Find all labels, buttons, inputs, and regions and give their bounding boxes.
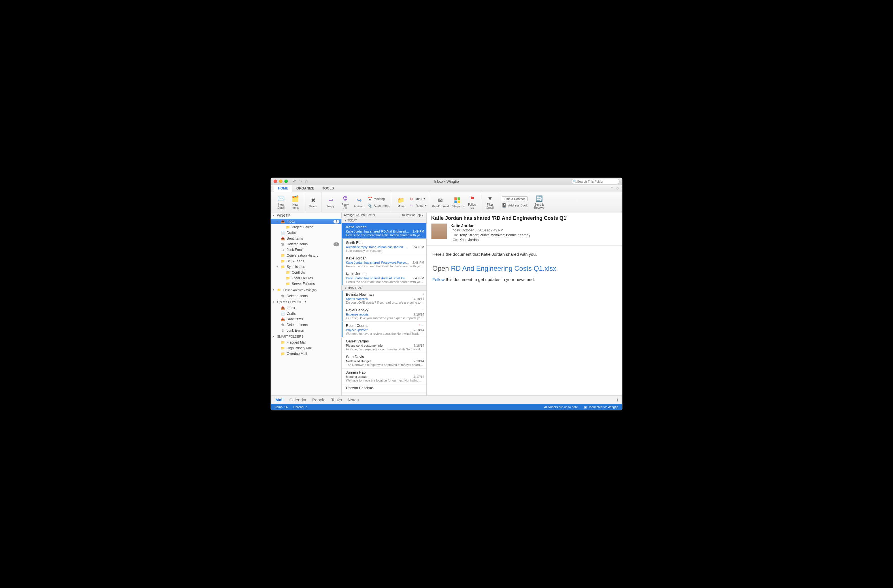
reply-button[interactable]: ↩︎Reply [325,196,337,208]
titlebar: ↶ ↷ ⎙ Inbox • Wingtip 🔍 [271,178,622,185]
account-archive[interactable]: 📁Online Archive - Wingtip [271,286,341,293]
new-email-button[interactable]: ✉️New Email [275,195,287,209]
message-item[interactable]: Pavel Bansky←Expense reports7/18/14Hi Ka… [342,306,426,322]
sidebar-high-priority[interactable]: 📁High Priority Mail [271,345,341,351]
msg-time: 2:48 PM [412,245,424,249]
reading-to: Tony Krijnen; Zrinka Makovac; Bonnie Kea… [460,233,530,237]
sort-order[interactable]: Newest on Top ▾ [400,213,426,217]
close-button[interactable] [274,180,277,183]
minimize-button[interactable] [279,180,283,183]
print-icon[interactable]: ⎙ [305,179,308,183]
read-unread-icon: ✉︎ [437,196,445,204]
tab-organize[interactable]: ORGANIZE [292,185,318,192]
folder-icon: 📁 [281,265,285,269]
smart-folders-header[interactable]: SMART FOLDERS [271,333,341,340]
collapse-ribbon-icon[interactable]: ⌃ [610,186,613,190]
list-section[interactable]: TODAY [342,218,426,223]
new-items-button[interactable]: 🗂️New Items [289,195,301,209]
follow-up-button[interactable]: ⚑Follow Up [466,195,478,209]
flag-icon: ⚑ [468,195,476,202]
delete-button[interactable]: ✖Delete [307,196,319,208]
redo-icon[interactable]: ↷ [299,179,302,183]
find-contact-input[interactable]: Find a Contact [502,196,528,201]
sidebar-local-failures[interactable]: 📁Local Failures [271,275,341,281]
message-item[interactable]: Katie JordanKatie Jordan has shared 'Pro… [342,254,426,270]
sidebar-inbox[interactable]: 📥Inbox7 [271,219,341,224]
search-input[interactable] [571,179,619,184]
sidebar-omc-drafts[interactable]: 📄Drafts [271,311,341,316]
sidebar-oa-deleted[interactable]: 🗑Deleted Items [271,293,341,299]
nav-tasks[interactable]: Tasks [331,398,342,402]
move-button[interactable]: 📁Move [395,196,407,208]
undo-icon[interactable]: ↶ [293,179,296,183]
arrange-by[interactable]: Arrange By: Date Sent ⇅ [342,213,400,217]
sidebar-junk[interactable]: ⊘Junk Email [271,247,341,253]
follow-link[interactable]: Follow [432,277,445,282]
list-section[interactable]: THIS YEAR [342,285,426,291]
status-unread: Unread: 7 [293,405,307,409]
document-link[interactable]: RD And Engineering Costs Q1.xlsx [451,264,556,272]
sidebar-rss[interactable]: 📁RSS Feeds [271,258,341,264]
message-item[interactable]: Katie JordanKatie Jordan has shared 'RD … [342,223,426,239]
msg-subject: Meeting update [346,375,367,378]
filter-email-button[interactable]: ▼Filter Email [484,195,496,209]
sidebar-server-failures[interactable]: 📁Server Failures [271,281,341,286]
sidebar-conflicts[interactable]: 📁Conflicts [271,270,341,275]
msg-subject: Katie Jordan has shared 'Proseware Proje… [346,261,409,264]
status-connected: ▣ Connected to: Wingtip [584,405,618,409]
sidebar-omc-sent[interactable]: 📤Sent Items [271,316,341,322]
sidebar-overdue[interactable]: 📁Overdue Mail [271,351,341,357]
categorize-button[interactable]: Categorize [451,196,464,208]
reading-from: Katie Jordan [451,224,530,228]
tab-tools[interactable]: TOOLS [318,185,338,192]
smiley-icon[interactable]: ☺ [616,186,619,190]
message-item[interactable]: Garth FortAutomatic reply: Katie Jordan … [342,239,426,254]
nav-mail[interactable]: Mail [275,398,284,402]
message-item[interactable]: Junmin HaoMeeting update7/17/14We have t… [342,369,426,384]
account-wingtip[interactable]: WINGTIP [271,212,341,219]
sidebar-conv-history[interactable]: 📁Conversation History [271,253,341,258]
sidebar-deleted[interactable]: 🗑Deleted Items3 [271,242,341,247]
nav-collapse-icon[interactable]: ❮ [616,398,619,402]
message-item[interactable]: Belinda Newman↓Sports statistics7/18/14D… [342,291,426,306]
msg-sender: Katie Jordan [346,225,367,229]
zoom-button[interactable] [284,180,288,183]
message-item[interactable]: Garret VargasPlease send customer info7/… [342,338,426,353]
reading-body: Here's the document that Katie Jordan sh… [427,246,622,288]
message-item[interactable]: Katie JordanKatie Jordan has shared 'Aud… [342,270,426,285]
message-list[interactable]: TODAYKatie JordanKatie Jordan has shared… [342,218,426,395]
sidebar-project-falcon[interactable]: 📁Project Falcon [271,224,341,230]
msg-preview: Here's the document that Katie Jordan sh… [346,264,424,268]
account-local[interactable]: ON MY COMPUTER [271,299,341,305]
sidebar-omc-junk[interactable]: ⊘Junk E-mail [271,328,341,333]
sidebar-drafts[interactable]: 📄Drafts [271,230,341,236]
msg-preview: Here's the document that Katie Jordan sh… [346,233,424,237]
folder-icon: 📁 [286,270,290,274]
rules-button[interactable]: ⤷Rules ▾ [409,203,427,208]
sidebar-omc-deleted[interactable]: 🗑Deleted Items [271,322,341,328]
reading-header: Katie Jordan Friday, October 3, 2014 at … [427,224,622,246]
forward-button[interactable]: ↪︎Forward [353,196,365,208]
sidebar-sync-issues[interactable]: 📁Sync Issues [271,264,341,270]
junk-button[interactable]: ⊘Junk ▾ [409,196,427,202]
message-item[interactable]: Robin Counts!←Project update?7/18/14We n… [342,322,426,338]
attachment-button[interactable]: 📎Attachment [367,203,389,208]
nav-calendar[interactable]: Calendar [289,398,307,402]
delete-icon: ✖ [309,196,317,204]
send-receive-button[interactable]: 🔄Send & Receive [533,195,546,209]
nav-notes[interactable]: Notes [347,398,359,402]
read-unread-button[interactable]: ✉︎Read/Unread [432,196,449,208]
message-item[interactable]: Dorena Paschke [342,384,426,393]
sidebar-flagged[interactable]: 📁Flagged Mail [271,340,341,345]
address-book-button[interactable]: 📓Address Book [502,202,528,208]
cc-label: Cc: [451,238,458,242]
reply-all-button[interactable]: ⮈Reply All [339,195,351,209]
inbox-badge: 7 [334,220,339,224]
nav-people[interactable]: People [312,398,326,402]
tab-home[interactable]: HOME [274,184,292,192]
sidebar-omc-inbox[interactable]: 📥Inbox [271,305,341,311]
message-item[interactable]: Sara DavisNorthwind Budget7/18/14The Nor… [342,353,426,369]
meeting-button[interactable]: 📅Meeting [367,196,389,202]
forwarded-icon: ↓ [423,292,424,296]
sidebar-sent[interactable]: 📤Sent Items [271,236,341,242]
